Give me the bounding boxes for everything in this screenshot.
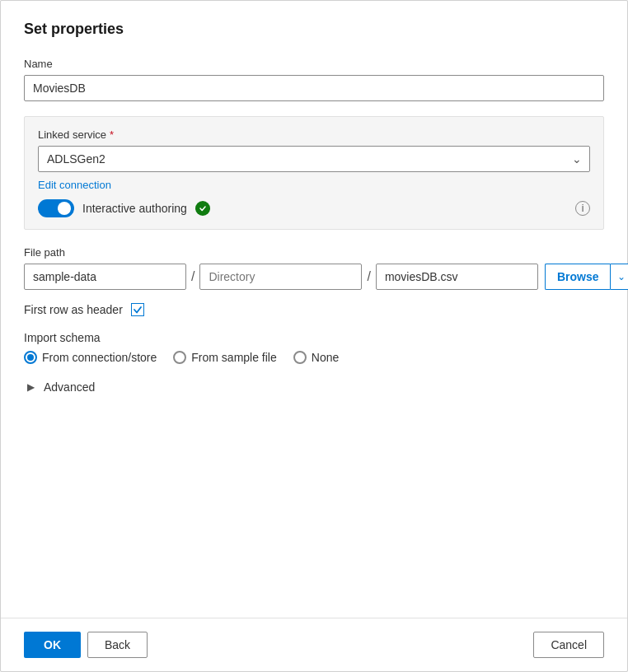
first-row-header-checkbox[interactable] [131,303,144,316]
edit-connection-link[interactable]: Edit connection [38,179,111,191]
name-input[interactable] [24,75,604,101]
back-button[interactable]: Back [87,632,148,658]
file-path-part2-input[interactable] [199,264,362,290]
first-row-header-row: First row as header [24,303,604,316]
info-icon[interactable]: i [575,201,590,216]
radio-circle-none [293,351,307,364]
required-star: * [110,128,114,141]
chevron-down-icon: ⌄ [617,271,626,282]
radio-label-connection: From connection/store [42,351,157,364]
first-row-header-label: First row as header [24,303,123,316]
linked-service-section: Linked service * ADLSGen2 ⌄ Edit connect… [24,116,604,230]
ok-button[interactable]: OK [24,632,81,658]
radio-label-none: None [312,351,339,364]
import-schema-radio-row: From connection/store From sample file N… [24,351,604,364]
advanced-row[interactable]: ▶ Advanced [24,380,604,394]
file-path-row: / / Browse ⌄ [24,264,604,290]
import-schema-label: Import schema [24,331,604,344]
linked-service-select-wrapper: ADLSGen2 ⌄ [38,146,590,172]
name-group: Name [24,58,604,101]
file-path-part3-input[interactable] [376,264,538,290]
path-separator-1: / [186,269,199,284]
browse-dropdown-button[interactable]: ⌄ [610,264,628,290]
radio-label-sample: From sample file [191,351,276,364]
linked-service-select[interactable]: ADLSGen2 [38,146,590,172]
radio-from-connection[interactable]: From connection/store [24,351,157,364]
file-path-label: File path [24,246,604,259]
panel-title: Set properties [24,21,604,38]
radio-none[interactable]: None [293,351,339,364]
import-schema-group: Import schema From connection/store From… [24,331,604,364]
file-path-part1-input[interactable] [24,264,186,290]
interactive-auth-toggle[interactable] [38,199,74,217]
cancel-button[interactable]: Cancel [533,632,604,658]
browse-btn-group: Browse ⌄ [545,264,628,290]
radio-from-sample-file[interactable]: From sample file [173,351,276,364]
set-properties-panel: Set properties Name Linked service * ADL… [0,0,628,672]
radio-circle-sample [173,351,186,364]
file-path-group: File path / / Browse ⌄ [24,246,604,290]
chevron-right-icon: ▶ [24,380,37,394]
name-label: Name [24,58,604,70]
panel-footer: OK Back Cancel [1,618,627,671]
radio-circle-connection [24,351,37,364]
linked-service-label: Linked service * [38,128,590,141]
advanced-label: Advanced [44,380,95,394]
auth-status-icon [195,201,210,216]
path-separator-2: / [362,269,375,284]
interactive-auth-label: Interactive authoring [82,202,187,215]
browse-button[interactable]: Browse [545,264,611,290]
interactive-auth-row: Interactive authoring i [38,199,590,217]
